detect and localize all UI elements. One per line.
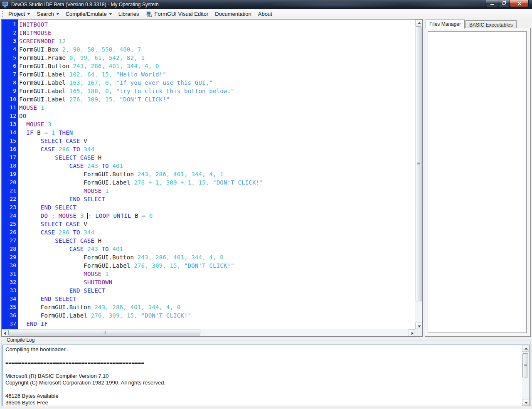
compile-log-output[interactable]: Compiling the bootloader... ============… bbox=[2, 345, 530, 406]
line-number: 29 bbox=[2, 253, 16, 261]
scroll-up-button[interactable] bbox=[415, 20, 422, 26]
menu-item-project[interactable]: Project bbox=[5, 10, 33, 18]
code-token-num: 12 bbox=[59, 38, 66, 44]
scroll-up-button[interactable] bbox=[522, 345, 529, 352]
code-token-str: "DON'T CLICK!" bbox=[184, 262, 234, 269]
code-line: CASE 286 TO 344 bbox=[19, 228, 415, 237]
code-token-txt bbox=[19, 212, 41, 219]
code-token-txt bbox=[19, 304, 41, 310]
code-token-num: 344 bbox=[84, 229, 94, 236]
log-vertical-scrollbar[interactable] bbox=[522, 345, 529, 406]
tab-files-manager[interactable]: Files Manager bbox=[426, 20, 465, 29]
line-number: 37 bbox=[2, 320, 16, 328]
line-number: 9 bbox=[2, 87, 16, 95]
editor-vertical-scrollbar[interactable] bbox=[415, 20, 422, 329]
line-number: 27 bbox=[2, 237, 16, 245]
code-line: FormGUI.Button 243, 286, 401, 344, 4, 0 bbox=[19, 253, 415, 261]
menu-item-search[interactable]: Search bbox=[33, 10, 62, 18]
code-token-kw: DO bbox=[41, 212, 52, 219]
line-number: 28 bbox=[2, 245, 16, 253]
tab-basic-executables[interactable]: BASIC Executables bbox=[466, 20, 517, 28]
code-token-num: 1, 309 bbox=[155, 179, 180, 186]
code-line: FormGUI.Box 2, 90, 50, 550, 400, 7 bbox=[19, 45, 415, 54]
editor-hscroll-thumb[interactable] bbox=[8, 330, 200, 335]
line-number: 17 bbox=[2, 153, 16, 162]
code-line: FormGUI.Label 165, 188, 0, "try to click… bbox=[19, 87, 415, 95]
line-number: 15 bbox=[2, 137, 16, 145]
code-token-sys: MOUSE bbox=[59, 212, 80, 219]
files-manager-page bbox=[425, 28, 531, 337]
line-number: 12 bbox=[2, 112, 16, 120]
code-token-str: "try to click this button below." bbox=[116, 88, 234, 94]
scroll-left-button[interactable] bbox=[2, 329, 8, 336]
scroll-right-button[interactable] bbox=[409, 329, 415, 336]
scroll-down-button[interactable] bbox=[415, 323, 422, 329]
code-token-txt bbox=[19, 163, 69, 169]
code-token-txt bbox=[19, 121, 26, 128]
line-number: 16 bbox=[2, 145, 16, 153]
code-token-kw: END SELECT bbox=[69, 287, 105, 294]
code-editor[interactable]: 1234567891011121314151617181920212223242… bbox=[1, 19, 423, 337]
side-panel-tabs: Files ManagerBASIC Executables bbox=[425, 19, 531, 28]
code-line: MOUSE 1 bbox=[19, 103, 415, 112]
scroll-down-button[interactable] bbox=[522, 399, 529, 406]
menu-item-label: FormGUI Visual Editor bbox=[155, 11, 209, 17]
code-line: DO : MOUSE 3 : LOOP UNTIL B = 0 bbox=[19, 212, 415, 220]
log-vscroll-thumb[interactable] bbox=[522, 353, 528, 377]
code-token-num: 276, 309, 15, bbox=[134, 262, 184, 269]
code-token-sys: MOUSE bbox=[84, 271, 105, 277]
code-line: FormGUI.Label 102, 64, 15, "Hello World!… bbox=[19, 70, 415, 79]
menu-bar: ProjectSearchCompile/EmulateLibrariesFor… bbox=[0, 9, 532, 19]
code-token-txt bbox=[19, 129, 26, 136]
code-token-num: 163, 167, 0, bbox=[69, 79, 116, 86]
text-caret bbox=[87, 213, 88, 219]
code-token-txt bbox=[19, 271, 84, 277]
code-lines[interactable]: INITBOOTINITMOUSESCREENMODE 12FormGUI.Bo… bbox=[18, 20, 415, 329]
code-token-id: FormGUI.Label bbox=[19, 79, 69, 86]
close-button[interactable] bbox=[510, 0, 529, 7]
log-line bbox=[5, 386, 519, 393]
scrollbar-corner bbox=[415, 329, 422, 336]
code-token-sys: SCREENMODE bbox=[19, 38, 59, 44]
line-number: 4 bbox=[2, 45, 16, 54]
code-line: SELECT CASE V bbox=[19, 137, 415, 145]
files-manager-list[interactable] bbox=[428, 31, 527, 333]
minimize-icon bbox=[490, 4, 494, 5]
desktop-blur bbox=[266, 1, 403, 8]
menu-item-about[interactable]: About bbox=[255, 10, 276, 18]
line-number: 30 bbox=[2, 261, 16, 270]
code-line: SELECT CASE V bbox=[19, 220, 415, 228]
code-token-sys: MOUSE bbox=[84, 187, 105, 194]
menu-item-formgui-visual-editor[interactable]: FormGUI Visual Editor bbox=[143, 10, 212, 18]
arrow-left-icon bbox=[4, 332, 6, 335]
editor-horizontal-scrollbar[interactable] bbox=[2, 329, 415, 336]
line-number: 35 bbox=[2, 303, 16, 311]
compile-log-label: Compile Log bbox=[5, 337, 36, 343]
line-number: 33 bbox=[2, 286, 16, 295]
menu-item-libraries[interactable]: Libraries bbox=[115, 10, 143, 18]
code-line: FormGUI.Button 243, 286, 401, 344, 4, 1 bbox=[19, 170, 415, 178]
line-number: 26 bbox=[2, 228, 16, 237]
code-token-id: FormGUI.Frame bbox=[19, 54, 69, 61]
menu-items: ProjectSearchCompile/EmulateLibrariesFor… bbox=[5, 10, 276, 18]
line-number: 11 bbox=[2, 103, 16, 112]
code-line: CASE 286 TO 344 bbox=[19, 145, 415, 153]
code-token-id: FormGUI.Label bbox=[19, 96, 69, 103]
code-line: MOUSE 1 bbox=[19, 270, 415, 278]
minimize-button[interactable] bbox=[486, 0, 498, 7]
code-token-txt bbox=[19, 320, 26, 327]
line-number: 3 bbox=[2, 37, 16, 45]
thumb-grip bbox=[417, 163, 420, 165]
toolbar-grip-handle[interactable] bbox=[2, 11, 3, 17]
app-icon bbox=[2, 1, 9, 8]
restore-button[interactable] bbox=[498, 0, 510, 7]
compile-log-groupbox: Compile Log Compiling the bootloader... … bbox=[1, 340, 531, 407]
thumb-grip bbox=[524, 364, 527, 367]
restore-icon bbox=[502, 2, 505, 5]
chevron-down-icon bbox=[109, 13, 112, 15]
code-token-txt bbox=[19, 312, 41, 319]
line-number: 21 bbox=[2, 187, 16, 195]
menu-item-compile-emulate[interactable]: Compile/Emulate bbox=[62, 10, 115, 18]
editor-vscroll-thumb[interactable] bbox=[416, 26, 421, 301]
menu-item-documentation[interactable]: Documentation bbox=[212, 10, 254, 18]
